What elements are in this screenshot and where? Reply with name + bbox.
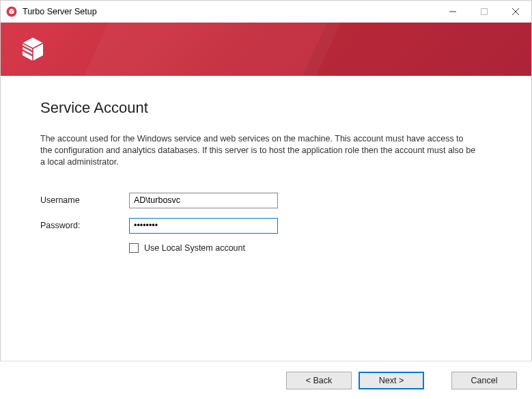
page-description: The account used for the Windows service… (40, 133, 477, 168)
page-title: Service Account (40, 99, 493, 117)
username-label: Username (40, 195, 129, 205)
footer: < Back Next > Cancel (0, 361, 532, 399)
app-icon (6, 6, 17, 17)
local-system-row: Use Local System account (129, 243, 493, 253)
password-row: Password: (40, 218, 493, 234)
window-title: Turbo Server Setup (23, 7, 97, 16)
titlebar: Turbo Server Setup (1, 1, 531, 23)
minimize-button[interactable] (437, 1, 468, 23)
maximize-button (468, 1, 500, 23)
local-system-label: Use Local System account (144, 243, 245, 253)
header-band (1, 23, 531, 76)
next-button[interactable]: Next > (359, 372, 424, 389)
password-input[interactable] (129, 218, 278, 234)
cancel-button[interactable]: Cancel (451, 372, 517, 389)
username-input[interactable] (129, 193, 278, 208)
window-controls (437, 1, 531, 23)
local-system-checkbox[interactable] (129, 243, 139, 253)
back-button[interactable]: < Back (286, 372, 352, 389)
close-button[interactable] (500, 1, 531, 23)
content-area: Service Account The account used for the… (1, 76, 531, 253)
password-label: Password: (40, 221, 129, 230)
username-row: Username (40, 193, 493, 208)
svg-rect-2 (481, 9, 488, 15)
logo-icon (18, 35, 47, 64)
